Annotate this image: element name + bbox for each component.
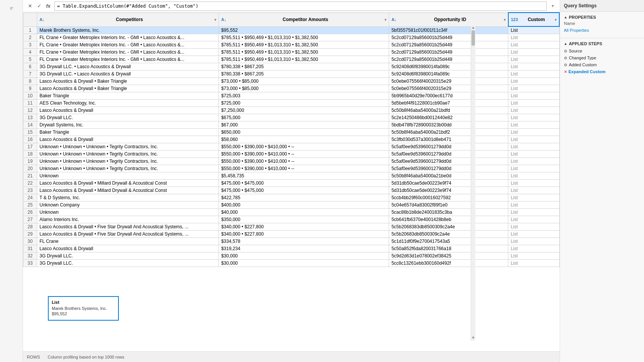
applied-step-source[interactable]: ⚙Source: [564, 48, 640, 54]
applied-step-changed-type[interactable]: ⚙Changed Type: [564, 54, 640, 61]
row-number: 5: [23, 56, 37, 63]
custom-cell: List: [508, 216, 559, 223]
confirm-formula-icon[interactable]: ✓: [35, 2, 43, 10]
table-row[interactable]: 31Lasco Acoustics & Drywall$319,2345c50a…: [23, 245, 560, 252]
table-row[interactable]: 333G Drywall LLC.$30,0005cc8c13261ebb300…: [23, 260, 560, 267]
table-row[interactable]: 323G Drywall LLC.$30,0005c9d2d63d1e07800…: [23, 252, 560, 260]
custom-header[interactable]: 123 Custom ▾: [508, 13, 559, 26]
row-number: 32: [23, 252, 37, 260]
table-row[interactable]: 24T & D Systems, Inc.$422,7855ccb4bb29f6…: [23, 194, 560, 201]
table-row[interactable]: 10Baker Triangle$725,0035b9965b40d29e700…: [23, 92, 560, 100]
amounts-filter-icon[interactable]: ▾: [384, 18, 386, 22]
table-row[interactable]: 63G Drywall LLC. • Lasco Acoustics & Dry…: [23, 63, 560, 70]
competitors-cell: FL Crane • Greater Metroplex Interiors I…: [37, 34, 219, 41]
table-row[interactable]: 1Marek Brothers Systems, Inc.$95,5525bf3…: [23, 26, 560, 34]
table-row[interactable]: 11AES Clean Technology, Inc.$725,0005d5b…: [23, 100, 560, 107]
competitors-type-icon: A↓: [39, 17, 44, 22]
all-properties-link[interactable]: All Properties: [564, 28, 640, 33]
fx-icon: fx: [44, 2, 52, 10]
opportunity-id-cell: 5c5b2068383db8500309c2a4e: [389, 223, 508, 231]
row-number: 2: [23, 34, 37, 41]
row-number: 4: [23, 49, 37, 56]
row-number: 12: [23, 107, 37, 114]
custom-cell: List: [508, 114, 559, 121]
opportunity-id-cell: 5c3fb030d537a3001d8eb471: [389, 136, 508, 143]
row-number: 13: [23, 114, 37, 121]
table-row[interactable]: 21Unknown$5,458,7355c50b8f46aba54000a21b…: [23, 172, 560, 180]
opportunity-id-cell: 5c92408d6f83980014fa089c: [389, 70, 508, 78]
amounts-cell: $73,000 • $85,000: [219, 78, 389, 85]
table-row[interactable]: 12Lasco Acoustics & Drywall$7,250,0005c5…: [23, 107, 560, 114]
table-row[interactable]: 17Unknown • Unknown • Unknown • Tegrity …: [23, 143, 560, 151]
custom-cell: List: [508, 136, 559, 143]
table-row[interactable]: 29Lasco Acoustics & Drywall • Five Star …: [23, 231, 560, 238]
table-row[interactable]: 18Unknown • Unknown • Unknown • Tegrity …: [23, 151, 560, 158]
step-label: Added Custom: [569, 62, 597, 67]
opp-id-filter-icon[interactable]: ▾: [504, 18, 506, 22]
custom-cell: List: [508, 260, 559, 267]
table-row[interactable]: 73G Drywall LLC. • Lasco Acoustics & Dry…: [23, 70, 560, 78]
cancel-formula-icon[interactable]: ✕: [26, 2, 34, 10]
opportunity-id-cell: 5c50b8f46aba54000a21bdf2: [389, 129, 508, 136]
table-row[interactable]: 2FL Crane • Greater Metroplex Interiors …: [23, 34, 560, 41]
table-row[interactable]: 19Unknown • Unknown • Unknown • Tegrity …: [23, 158, 560, 165]
table-row[interactable]: 26Unknown$40,0005cac86b1b8de24001835c3ba…: [23, 209, 560, 216]
competitor-amounts-header[interactable]: A↓ Competitor Amounts ▾: [219, 13, 389, 26]
table-row[interactable]: 27Alamo Interiors Inc.$350,0005cb641fb63…: [23, 216, 560, 223]
table-row[interactable]: 4FL Crane • Greater Metroplex Interiors …: [23, 49, 560, 56]
amounts-cell: $340,000 • $227,800: [219, 223, 389, 231]
formula-input[interactable]: [54, 2, 547, 11]
scroll-track[interactable]: [471, 30, 475, 335]
custom-cell: List: [508, 252, 559, 260]
table-row[interactable]: 23Lasco Acoustics & Drywall • Millard Dr…: [23, 187, 560, 194]
step-label: Expanded Custom: [568, 69, 606, 74]
table-row[interactable]: 28Lasco Acoustics & Drywall • Five Star …: [23, 223, 560, 231]
applied-steps-section: APPLIED STEPS ⚙Source⚙Changed Type⚙Added…: [560, 38, 644, 78]
amounts-cell: $30,000: [219, 252, 389, 260]
applied-step-expanded-custom[interactable]: ✕Expanded Custom: [564, 68, 640, 75]
table-row[interactable]: 15Baker Triangle$650,0005c50b8f46aba5400…: [23, 129, 560, 136]
competitors-filter-icon[interactable]: ▾: [214, 18, 216, 22]
applied-step-added-custom[interactable]: ⚙Added Custom: [564, 61, 640, 68]
row-number: 30: [23, 238, 37, 245]
all-properties-row[interactable]: All Properties: [564, 28, 640, 33]
custom-cell: List: [508, 143, 559, 151]
row-number: 21: [23, 172, 37, 180]
table-row[interactable]: 9Lasco Acoustics & Drywall • Baker Trian…: [23, 85, 560, 92]
right-scrollbar[interactable]: ▲ ▼: [471, 25, 475, 341]
applied-steps-list: ⚙Source⚙Changed Type⚙Added Custom✕Expand…: [564, 48, 640, 75]
table-row[interactable]: 25Unknown Company$400,0005c04e657d4a8300…: [23, 201, 560, 209]
row-number: 14: [23, 121, 37, 129]
table-row[interactable]: 16Lasco Acoustics & Drywall$58,0605c3fb0…: [23, 136, 560, 143]
opportunity-id-cell: 5cac86b1b8de24001835c3ba: [389, 209, 508, 216]
table-row[interactable]: 8Lasco Acoustics & Drywall • Baker Trian…: [23, 78, 560, 85]
tooltip-item: Marek Brothers Systems, Inc.: [52, 306, 115, 311]
table-row[interactable]: 22Lasco Acoustics & Drywall • Millard Dr…: [23, 180, 560, 187]
row-number: 8: [23, 78, 37, 85]
tooltip-item: $95,552: [52, 311, 115, 316]
amounts-cell: $319,234: [219, 245, 389, 252]
custom-filter-icon[interactable]: ▾: [555, 18, 557, 22]
formula-expand-icon[interactable]: ▼: [549, 2, 557, 10]
competitors-header[interactable]: A↓ Competitors ▾: [37, 13, 219, 26]
scroll-down-arrow[interactable]: ▼: [471, 335, 476, 341]
amounts-cell: $785,511 • $950,469 • $1,013,310 • $1,38…: [219, 56, 389, 63]
opportunity-id-cell: 5c5af0ee9d5396001279dd0d: [389, 158, 508, 165]
amounts-type-icon: A↓: [221, 17, 226, 22]
competitors-cell: Lasco Acoustics & Drywall • Baker Triang…: [37, 85, 219, 92]
opportunity-id-header[interactable]: A↓ Opportunity ID ▾: [389, 13, 508, 26]
competitors-cell: Lasco Acoustics & Drywall • Millard Dryw…: [37, 187, 219, 194]
opportunity-id-cell: 5c2e14250486bd0012440e82: [389, 114, 508, 121]
row-number: 15: [23, 129, 37, 136]
scroll-thumb[interactable]: [472, 30, 475, 46]
table-row[interactable]: 3FL Crane • Greater Metroplex Interiors …: [23, 41, 560, 49]
name-property-row: Name: [564, 21, 640, 26]
table-row[interactable]: 20Unknown • Unknown • Unknown • Tegrity …: [23, 165, 560, 172]
amounts-cell: $550,000 • $390,000 • $410,000 • --: [219, 165, 389, 172]
amounts-cell: $334,578: [219, 238, 389, 245]
table-row[interactable]: 30FL Crane$334,5785c1d11df0f9e2700417543…: [23, 238, 560, 245]
table-row[interactable]: 14Drywall Systems, Inc.$67,0005bdb478fb7…: [23, 121, 560, 129]
row-number: 20: [23, 165, 37, 172]
table-row[interactable]: 5FL Crane • Greater Metroplex Interiors …: [23, 56, 560, 63]
table-row[interactable]: 133G Drywall LLC.$675,0005c2e14250486bd0…: [23, 114, 560, 121]
